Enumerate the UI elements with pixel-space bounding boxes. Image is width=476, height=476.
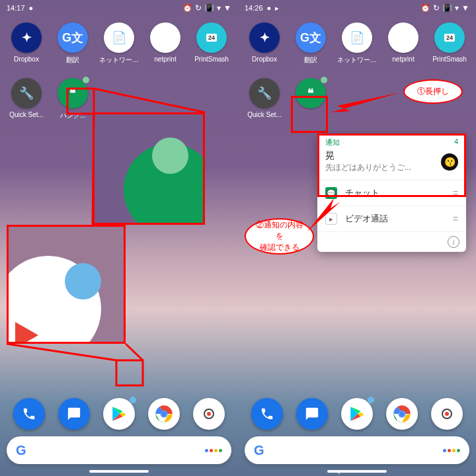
app-network[interactable]: 📄ネットワークフ...: [334, 22, 380, 65]
chat-icon: 💬: [325, 187, 337, 199]
notification-badge-icon: [83, 77, 89, 83]
app-quicksettings[interactable]: 🔧Quick Set...: [3, 78, 50, 120]
app-printsmash[interactable]: 24PrintSmash: [426, 22, 473, 65]
wifi-icon: ▾: [455, 3, 459, 13]
dock-messages[interactable]: [58, 398, 90, 430]
sender-avatar-icon: 😗: [441, 153, 458, 171]
nav-bar: [0, 467, 238, 476]
zoom-callout-1: [93, 112, 205, 225]
search-bar[interactable]: G: [245, 436, 469, 464]
app-quicksettings[interactable]: 🔧Quick Set...: [241, 78, 288, 118]
popup-count: 4: [454, 138, 458, 147]
status-bar: 14:17 ● ⏰ ↻ 📳 ▾ ▼: [0, 0, 238, 16]
alarm-icon: ⏰: [420, 3, 430, 13]
right-phone-screen: 14:26 ● ▸ ⏰ ↻ 📳 ▾ ▼ ✦Dropbox G文翻訳 📄ネットワー…: [238, 0, 476, 476]
status-bar: 14:26 ● ▸ ⏰ ↻ 📳 ▾ ▼: [238, 0, 476, 16]
nav-bar: ‹: [238, 467, 476, 476]
google-logo-icon: G: [16, 443, 26, 458]
app-printsmash[interactable]: 24PrintSmash: [188, 22, 235, 65]
drag-handle-icon[interactable]: =: [453, 188, 458, 198]
app-netprint[interactable]: 🖨netprint: [142, 22, 188, 65]
svg-point-9: [161, 411, 167, 416]
app-hangouts[interactable]: ❝ハング...: [50, 78, 96, 120]
chat-status-icon: ●: [29, 4, 34, 12]
camera-icon: [201, 406, 217, 422]
longpress-popup: 通知 4 晃 先ほどはありがとうご... 😗 💬 チャット = ▸ ビデオ通話 …: [317, 134, 466, 252]
wifi-icon: ▾: [217, 3, 221, 13]
status-icons: ⏰ ↻ 📳 ▾ ▼: [420, 3, 469, 13]
notification-item[interactable]: 晃 先ほどはありがとうご... 😗: [317, 149, 466, 180]
dock-messages[interactable]: [296, 398, 328, 430]
assistant-icon[interactable]: [443, 449, 460, 452]
callout-2: ②通知の内容を 確認できる: [245, 218, 314, 255]
assistant-icon[interactable]: [205, 449, 222, 452]
network-icon: 📄: [104, 22, 134, 53]
info-button[interactable]: i: [448, 236, 459, 248]
search-bar[interactable]: G: [7, 436, 231, 464]
popup-footer: i: [317, 231, 466, 252]
sync-icon: ↻: [433, 3, 440, 13]
svg-rect-3: [116, 360, 143, 385]
notification-sender: 晃: [325, 150, 436, 162]
quicksettings-icon: 🔧: [249, 78, 280, 108]
app-network[interactable]: 📄ネットワークフ...: [96, 22, 142, 65]
dock-play-store[interactable]: [341, 398, 373, 430]
notification-badge-icon: [130, 397, 136, 403]
message-icon: [67, 407, 81, 421]
app-translate[interactable]: G文翻訳: [288, 22, 334, 65]
dock-phone[interactable]: [13, 398, 45, 430]
vibrate-icon: 📳: [442, 3, 452, 13]
notification-badge-icon: [368, 397, 374, 403]
app-dropbox[interactable]: ✦Dropbox: [3, 22, 50, 65]
dock-chrome[interactable]: [148, 398, 180, 430]
left-phone-screen: 14:17 ● ⏰ ↻ 📳 ▾ ▼ ✦Dropbox G文翻訳 📄ネットワークフ…: [0, 0, 238, 476]
zoom-badge-green-icon: [152, 138, 188, 174]
popup-title: 通知: [325, 138, 340, 147]
signal-icon: ▼: [461, 3, 469, 13]
shortcut-label: ビデオ通話: [345, 213, 445, 225]
dock-camera[interactable]: [193, 398, 225, 430]
home-pill[interactable]: [327, 470, 387, 473]
video-call-icon: ▸: [325, 213, 337, 225]
shortcut-label: チャット: [345, 187, 445, 199]
translate-icon: G文: [296, 22, 326, 53]
shortcut-chat[interactable]: 💬 チャット =: [317, 180, 466, 206]
notification-message: 先ほどはありがとうご...: [325, 162, 436, 173]
hangouts-icon: ❝: [296, 78, 326, 108]
home-pill[interactable]: [89, 470, 149, 473]
dock-camera[interactable]: [431, 398, 463, 430]
google-logo-icon: G: [254, 443, 264, 458]
chrome-icon: [389, 401, 415, 426]
app-hangouts[interactable]: ❝: [288, 78, 334, 118]
translate-icon: G文: [58, 22, 88, 53]
printsmash-icon: 24: [196, 22, 227, 53]
message-icon: [305, 407, 319, 421]
play-store-icon: [110, 405, 128, 422]
quicksettings-icon: 🔧: [11, 78, 42, 108]
dropbox-icon: ✦: [11, 22, 42, 53]
sync-icon: ↻: [195, 3, 202, 13]
popup-header: 通知 4: [317, 134, 466, 149]
chrome-icon: [151, 401, 177, 426]
svg-point-15: [399, 411, 405, 416]
app-netprint[interactable]: 🖨netprint: [380, 22, 426, 65]
network-icon: 📄: [342, 22, 372, 53]
back-button[interactable]: ‹: [337, 466, 340, 476]
dock-chrome[interactable]: [386, 398, 418, 430]
notification-badge-icon: [321, 77, 327, 83]
app-translate[interactable]: G文翻訳: [50, 22, 96, 65]
dock: [238, 398, 476, 430]
dock: [0, 398, 238, 430]
zoom-callout-2: [7, 225, 126, 344]
app-dropbox[interactable]: ✦Dropbox: [241, 22, 288, 65]
dock-phone[interactable]: [251, 398, 283, 430]
svg-point-11: [207, 412, 211, 416]
dock-play-store[interactable]: [103, 398, 135, 430]
vibrate-icon: 📳: [204, 3, 214, 13]
phone-handset-icon: [22, 407, 36, 421]
svg-point-17: [445, 412, 449, 416]
drag-handle-icon[interactable]: =: [453, 214, 458, 224]
hangouts-icon: ❝: [58, 78, 88, 108]
chat-status-icon: ▸: [275, 4, 279, 13]
shortcut-video-call[interactable]: ▸ ビデオ通話 =: [317, 206, 466, 231]
